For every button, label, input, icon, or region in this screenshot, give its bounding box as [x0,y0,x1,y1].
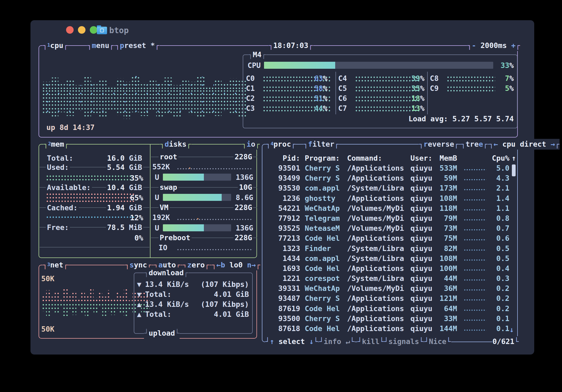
signals-button[interactable]: ┘signals└ [384,336,424,347]
scroll-down-icon[interactable]: ↓ [509,325,514,335]
core-graph [447,75,495,81]
sort-column-switcher[interactable]: ┐← cpu direct →┌ [489,139,560,150]
terminal-window: btop ┐1cpu┌ ┐menu┌ ┐preset *┌ ┐18:07:03┌… [30,20,534,355]
disk-swap-used-label: U [155,192,159,202]
download-label: ┐download┌ [144,267,189,278]
core-row: C8 7% [427,73,518,83]
core-row: C4 39% [335,73,427,83]
cpu-history-graph [42,73,246,122]
net-scale-top: 50K [41,274,54,284]
process-row[interactable]: 1693 Code Hel /Applications qiuyu 100M 0… [266,263,515,273]
nice-button[interactable]: ┘Nice└ [424,336,451,347]
disk-root-io-graph [177,167,252,171]
disk-vm-io-graph [177,218,252,221]
core-graph [447,85,495,91]
iface-next[interactable]: n→ [247,261,256,269]
cpu-total-percent: 33% [487,60,514,70]
header-cpu[interactable]: Cpu% [481,153,509,163]
net-stat-row: ▲ 13.4 KiB/s (107 Kibps) [134,299,252,309]
disk-root-used-label: U [155,172,159,182]
header-program[interactable]: Program: [305,153,340,163]
net-stat-row: ▼ 13.4 KiB/s (107 Kibps) [134,279,252,289]
sort-direction-icon[interactable]: ↑ [512,153,516,163]
process-row[interactable]: 93499 Cherry S /Applications qiuyu 59M 4… [266,173,515,183]
kill-button[interactable]: ┘kill└ [357,336,384,347]
net-box-title: ┐3net┌ [43,260,68,270]
mem-used-percent: 35% [116,173,143,183]
process-row[interactable]: 93501 Cherry S /Applications qiuyu 533M … [266,163,515,173]
zoom-button[interactable] [90,26,97,34]
cpu-chip-name: ┐M4┌ [248,49,266,60]
scrollbar-thumb[interactable] [512,164,516,176]
minimize-button[interactable] [78,26,85,34]
clock: ┐18:07:03┌ [269,40,313,51]
interval-increase[interactable]: + [511,41,516,50]
net-stats-box: ┐download┌ ▼ 13.4 KiB/s (107 Kibps) ▼ To… [134,273,253,334]
disk-root-io-rate: 552K [152,162,170,172]
preset-button[interactable]: ┐preset *┌ [115,40,160,51]
mem-free-percent: 0% [116,233,143,243]
info-button[interactable]: ┘info ↵└ [319,336,355,347]
mem-box-title: ┐2mem┌ [43,139,69,150]
process-row[interactable]: 93487 Cherry S /Applications qiuyu 121M … [266,293,515,303]
disk-vm-used-label: U [155,223,159,233]
disk-preboot-io-graph [177,248,252,252]
process-row[interactable]: 77912 Telegram /Volumes/MyDi qiuyu 79M 0… [266,213,515,223]
net-upload-graph [42,303,150,321]
core-column-2: C4 39% C5 35% C6 18% [335,73,427,113]
filter-button[interactable]: ┐filter┌ [303,139,339,150]
process-row[interactable]: 1323 Finder /System/Libra qiuyu 82M 0.5 [266,243,515,253]
process-row[interactable]: 93500 Cherry S /Applications qiuyu 33M 0… [266,314,515,324]
core-row: C1 58% [243,83,335,93]
process-row[interactable]: 54221 WeChatAp /Volumes/MyDi qiuyu 118M … [266,203,515,213]
iface-prev[interactable]: ←b [216,261,225,269]
disk-root-used: 136G [226,172,253,182]
net-scale-bottom: 50K [41,324,54,334]
reverse-button[interactable]: ┐reverse┌ [419,139,459,150]
sort-next[interactable]: → [551,140,555,148]
cpu-box: ┐1cpu┌ ┐menu┌ ┐preset *┌ ┐18:07:03┌ ┐- 2… [39,45,518,137]
header-pid[interactable]: Pid: [266,153,300,163]
memory-box: ┐2mem┌ ┐disks┌ ┐io┌ Total: 16.0 GiB Used… [39,144,257,258]
process-row[interactable]: 1221 corespot /System/Libra qiuyu 44M 0.… [266,273,515,283]
process-row[interactable]: 1236 ghostty /Applications qiuyu 108M 1.… [266,193,515,203]
update-interval: ┐- 2000ms +┌ [467,40,520,51]
tree-button[interactable]: ┐tree┌ [461,139,488,150]
close-button[interactable] [66,26,74,34]
menu-button[interactable]: ┐menu┌ [87,40,114,51]
disk-swap-used: 8.6G [226,192,253,202]
process-row[interactable]: 77213 Code Hel /Applications qiuyu 75M 0… [266,233,515,243]
net-stats-rows: ▼ 13.4 KiB/s (107 Kibps) ▼ Total: 4.01 G… [134,279,252,319]
net-graph [42,285,150,321]
process-row[interactable]: 87618 Code Hel /Applications qiuyu 144M … [266,324,515,333]
core-column-1: C0 63% C1 58% C2 51% [243,73,335,113]
process-row[interactable]: 39331 WeChatAp /Volumes/MyDi qiuyu 36M 0… [266,283,515,293]
process-row[interactable]: 93525 NeteaseM /Volumes/MyDi qiuyu 73M 0… [266,223,515,233]
header-command[interactable]: Command: [347,153,382,163]
mem-disks-divider [150,145,150,257]
header-mem[interactable]: MemB [417,153,457,163]
interval-decrease[interactable]: - [472,41,476,50]
mem-cached-graph [46,215,135,219]
net-stat-row: ▼ Total: 4.01 GiB [134,289,252,299]
upload-label: ┘upload└ [144,328,180,339]
folder-icon [97,27,107,34]
core-column-3: C8 7% C9 5% [427,73,518,93]
window-title: btop [109,26,129,35]
cpu-total-label: CPU [248,60,261,70]
sort-prev[interactable]: ← [494,140,498,148]
disk-root-used-bar [163,174,231,181]
net-stat-row: ▲ Total: 4.01 GiB [134,309,252,319]
net-download-graph [42,285,150,303]
process-box: ┐4proc┌ ┐filter┌ ┐reverse┌ ┐tree┌ ┐← cpu… [262,144,518,342]
core-row: C5 35% [335,83,427,93]
select-control[interactable]: ┘↑ select ↓└ [265,336,318,347]
io-toggle[interactable]: ┐io┌ [242,139,260,150]
core-row: C6 18% [335,93,427,103]
proc-box-title: ┐4proc┌ [266,139,296,150]
disks-toggle[interactable]: ┐disks┌ [160,139,191,150]
process-row[interactable]: 1434 com.appl /System/Libra qiuyu 108M 0… [266,253,515,263]
process-row[interactable]: 87619 Code Hel /Applications qiuyu 64M 0… [266,304,515,314]
net-interface-switcher[interactable]: ┐←b lo0 n→┌ [212,260,261,270]
process-row[interactable]: 93530 com.appl /System/Libra qiuyu 173M … [266,183,515,193]
